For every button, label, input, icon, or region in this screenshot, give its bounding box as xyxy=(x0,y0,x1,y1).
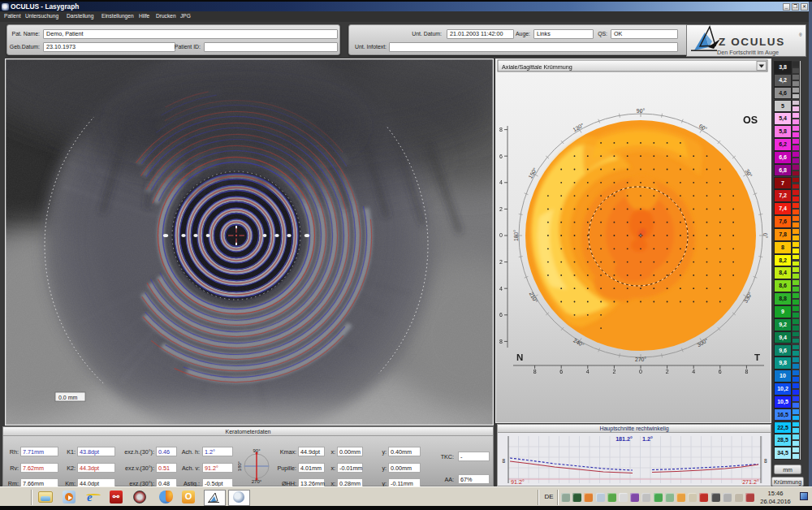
svg-text:8: 8 xyxy=(499,127,503,132)
svg-text:8: 8 xyxy=(499,339,503,344)
svg-text:2: 2 xyxy=(499,206,503,212)
svg-text:1.2°: 1.2° xyxy=(642,435,653,443)
svg-text:T: T xyxy=(754,352,760,362)
svg-text:4: 4 xyxy=(499,286,503,292)
svg-text:180°: 180° xyxy=(513,230,519,241)
svg-text:91.2°: 91.2° xyxy=(511,478,525,486)
svg-text:®: ® xyxy=(799,32,802,37)
svg-text:270°: 270° xyxy=(635,357,646,362)
svg-text:90°: 90° xyxy=(637,108,646,114)
svg-text:4: 4 xyxy=(692,369,695,374)
svg-text:90°: 90° xyxy=(253,448,261,453)
svg-text:6: 6 xyxy=(499,312,503,318)
svg-text:4: 4 xyxy=(586,369,590,374)
svg-text:0°: 0° xyxy=(762,233,768,239)
svg-text:Z OCULUS: Z OCULUS xyxy=(719,36,785,48)
svg-text:6: 6 xyxy=(559,369,563,374)
svg-text:270°: 270° xyxy=(252,479,262,484)
svg-text:2: 2 xyxy=(612,369,615,374)
svg-text:Den Fortschritt im Auge: Den Fortschritt im Auge xyxy=(717,49,779,56)
svg-text:180°: 180° xyxy=(238,460,242,471)
svg-text:2: 2 xyxy=(499,259,503,265)
svg-text:N: N xyxy=(516,352,523,362)
svg-text:Axiale/Sagittale Krümmung: Axiale/Sagittale Krümmung xyxy=(502,63,572,71)
svg-text:2: 2 xyxy=(666,369,669,374)
svg-text:8: 8 xyxy=(764,458,767,464)
svg-text:4: 4 xyxy=(499,179,503,185)
svg-text:271.2°: 271.2° xyxy=(742,478,759,486)
svg-text:6: 6 xyxy=(719,369,722,374)
svg-text:6: 6 xyxy=(499,153,503,159)
svg-text:8: 8 xyxy=(502,458,505,464)
svg-text:OS: OS xyxy=(743,115,758,126)
svg-text:8: 8 xyxy=(745,369,748,374)
svg-text:181.2°: 181.2° xyxy=(615,435,633,443)
svg-text:0: 0 xyxy=(639,369,642,374)
svg-text:0: 0 xyxy=(499,232,503,238)
svg-text:8: 8 xyxy=(533,369,537,374)
